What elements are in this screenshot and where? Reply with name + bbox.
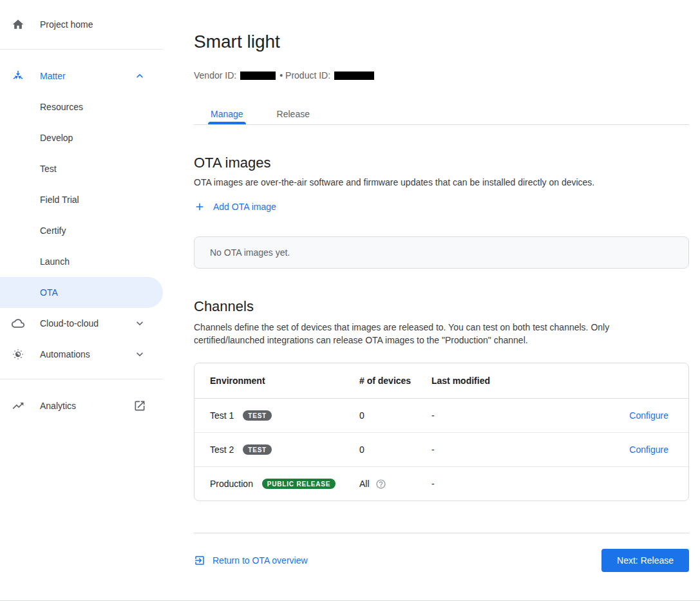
return-to-ota-overview-link[interactable]: Return to OTA overview — [194, 555, 308, 566]
column-environment: Environment — [194, 363, 359, 399]
next-release-button[interactable]: Next: Release — [601, 549, 689, 572]
empty-state: No OTA images yet. — [194, 236, 689, 269]
public-release-badge: PUBLIC RELEASE — [262, 479, 336, 489]
external-link-icon — [133, 399, 146, 412]
plus-icon — [194, 201, 205, 213]
tab-release[interactable]: Release — [260, 103, 326, 124]
divider — [194, 533, 689, 533]
environment-name: Test 1 — [210, 410, 234, 421]
configure-link[interactable]: Configure — [629, 410, 668, 421]
test-badge: TEST — [243, 410, 272, 421]
sidebar-item-matter[interactable]: Matter — [0, 61, 163, 91]
sidebar-item-label: Matter — [40, 71, 133, 81]
sidebar-item-field-trial[interactable]: Field Trial — [0, 184, 163, 215]
environment-name: Production — [210, 479, 253, 489]
sidebar-item-launch[interactable]: Launch — [0, 246, 163, 277]
sidebar-item-test[interactable]: Test — [0, 153, 163, 184]
tab-manage[interactable]: Manage — [194, 103, 260, 124]
cloud-icon — [12, 317, 24, 330]
chevron-down-icon[interactable] — [133, 317, 146, 330]
matter-icon — [12, 70, 24, 82]
main-content: Smart light Vendor ID: • Product ID: Man… — [194, 0, 689, 572]
tab-label: Release — [277, 109, 310, 119]
trending-up-icon — [12, 399, 24, 412]
column-devices: # of devices — [359, 363, 431, 399]
sidebar-item-label: Certify — [40, 225, 66, 236]
product-meta: Vendor ID: • Product ID: — [194, 69, 689, 82]
chevron-down-icon[interactable] — [133, 348, 146, 361]
redacted-product-id — [334, 72, 374, 80]
divider — [0, 379, 163, 379]
device-count: All — [359, 479, 370, 489]
last-modified: - — [431, 467, 580, 501]
channels-section: Channels Channels define the set of devi… — [194, 298, 689, 501]
footer-actions: Return to OTA overview Next: Release — [194, 549, 689, 572]
product-id-label: Product ID: — [285, 69, 330, 82]
empty-state-message: No OTA images yet. — [210, 247, 290, 258]
sidebar-item-label: Project home — [40, 19, 146, 30]
device-count: 0 — [359, 399, 431, 433]
sidebar-item-label: Launch — [40, 256, 70, 267]
page-title: Smart light — [194, 30, 689, 53]
configure-link[interactable]: Configure — [629, 444, 668, 455]
tab-bar: Manage Release — [194, 103, 689, 125]
sidebar-item-automations[interactable]: Automations — [0, 339, 163, 370]
ota-images-section: OTA images OTA images are over-the-air s… — [194, 154, 689, 269]
automations-icon — [12, 348, 24, 361]
sidebar-item-develop[interactable]: Develop — [0, 122, 163, 153]
home-icon — [12, 18, 24, 31]
sidebar-item-label: Develop — [40, 133, 73, 143]
section-heading: Channels — [194, 298, 689, 316]
sidebar-item-analytics[interactable]: Analytics — [0, 390, 163, 421]
device-count: 0 — [359, 433, 431, 467]
return-link-label: Return to OTA overview — [213, 555, 308, 566]
sidebar-item-label: Field Trial — [40, 195, 79, 205]
section-description: Channels define the set of devices that … — [194, 321, 663, 347]
channels-table: Environment # of devices Last modified T… — [194, 363, 689, 501]
add-ota-image-button[interactable]: Add OTA image — [194, 199, 276, 215]
sidebar-item-certify[interactable]: Certify — [0, 215, 163, 246]
add-ota-image-label: Add OTA image — [213, 202, 276, 212]
table-header-row: Environment # of devices Last modified — [194, 363, 688, 399]
sidebar-item-label: Analytics — [40, 401, 133, 411]
sidebar-item-ota[interactable]: OTA — [0, 277, 163, 308]
environment-name: Test 2 — [210, 444, 234, 455]
section-description: OTA images are over-the-air software and… — [194, 176, 689, 189]
sidebar-item-resources[interactable]: Resources — [0, 91, 163, 122]
chevron-up-icon[interactable] — [133, 70, 146, 82]
sidebar: Project home Matter Resources Develop Te… — [0, 0, 163, 421]
vendor-id-label: Vendor ID: — [194, 69, 236, 82]
table-row: Test 1 TEST 0 - Configure — [194, 399, 688, 433]
last-modified: - — [431, 399, 580, 433]
sidebar-item-cloud-to-cloud[interactable]: Cloud-to-cloud — [0, 308, 163, 339]
sidebar-item-label: Test — [40, 164, 57, 174]
tab-label: Manage — [211, 109, 243, 119]
meta-separator: • — [279, 69, 283, 82]
app-window: Project home Matter Resources Develop Te… — [0, 0, 700, 601]
column-last-modified: Last modified — [431, 363, 580, 399]
section-heading: OTA images — [194, 154, 689, 172]
sidebar-item-label: Cloud-to-cloud — [40, 318, 133, 329]
test-badge: TEST — [243, 444, 272, 455]
sidebar-item-label: Resources — [40, 102, 83, 112]
sidebar-item-label: OTA — [40, 287, 58, 298]
sidebar-item-label: Automations — [40, 349, 133, 359]
sidebar-item-project-home[interactable]: Project home — [0, 9, 163, 40]
table-row: Test 2 TEST 0 - Configure — [194, 433, 688, 467]
column-actions — [580, 363, 688, 399]
help-icon[interactable] — [375, 479, 386, 490]
divider — [0, 49, 163, 50]
exit-to-app-icon — [194, 555, 205, 566]
table-row: Production PUBLIC RELEASE All - — [194, 467, 688, 501]
last-modified: - — [431, 433, 580, 467]
redacted-vendor-id — [240, 72, 276, 80]
